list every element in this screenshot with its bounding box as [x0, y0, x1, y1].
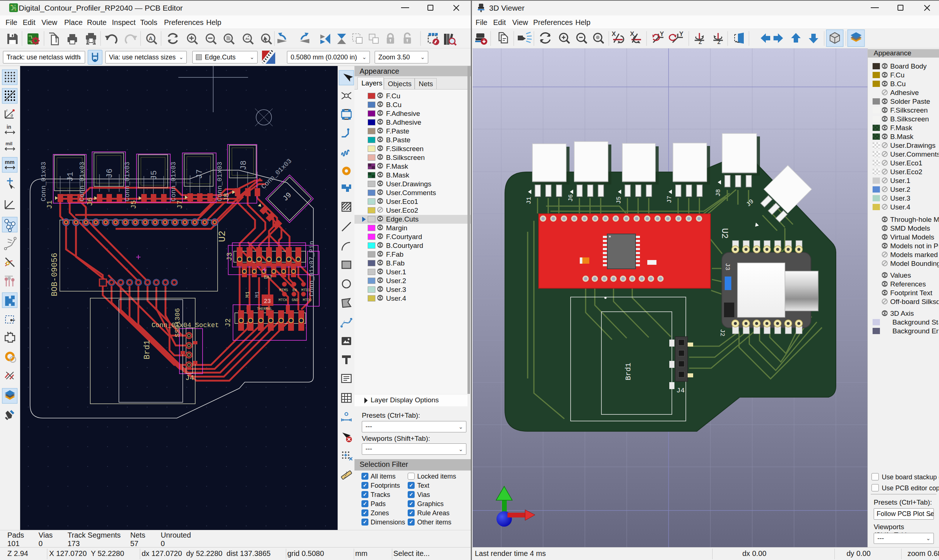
- svg-text:Conn_01x03: Conn_01x03: [170, 162, 177, 202]
- svg-text:Brd1: Brd1: [624, 363, 632, 380]
- svg-text:J4: J4: [676, 386, 685, 395]
- svg-text:Y: Y: [660, 31, 664, 37]
- svg-text:in: in: [6, 124, 11, 130]
- svg-text:J5: J5: [615, 197, 622, 204]
- svg-text:M1: M1: [245, 291, 251, 298]
- svg-text:Conn_01x03: Conn_01x03: [79, 162, 86, 202]
- svg-text:r: r: [6, 108, 8, 112]
- svg-text:J2: J2: [719, 329, 726, 336]
- svg-text:Conn_01x03: Conn_01x03: [216, 162, 224, 202]
- svg-text:MTMS EN MTDI: MTMS EN MTDI: [279, 288, 310, 292]
- svg-text:MTCK GND MTDO: MTCK GND MTDO: [279, 298, 311, 302]
- svg-text:X: X: [612, 31, 616, 37]
- svg-text:X: X: [630, 31, 634, 37]
- svg-text:J6: J6: [105, 169, 114, 178]
- svg-text:J6: J6: [567, 194, 574, 202]
- svg-text:THERMAL: THERMAL: [257, 307, 272, 311]
- svg-text:BAT: BAT: [264, 275, 273, 280]
- svg-text:Z: Z: [717, 39, 721, 45]
- svg-text:J4: J4: [185, 374, 194, 382]
- svg-text:mil: mil: [6, 141, 12, 146]
- svg-text:Conn_01x04_Socket: Conn_01x04_Socket: [151, 322, 219, 329]
- svg-text:θ: θ: [11, 113, 13, 118]
- svg-text:M1: M1: [254, 291, 261, 298]
- svg-text:J7: J7: [195, 169, 204, 179]
- svg-text:J8: J8: [222, 193, 231, 202]
- svg-text:J7: J7: [666, 196, 673, 203]
- svg-text:J3: J3: [724, 263, 731, 270]
- svg-text:J1: J1: [526, 197, 532, 204]
- svg-text:A: A: [149, 35, 153, 42]
- svg-text:J8: J8: [239, 161, 248, 170]
- svg-text:J2: J2: [224, 318, 232, 327]
- svg-text:Conn_01x03: Conn_01x03: [40, 162, 47, 202]
- svg-text:J8: J8: [715, 189, 722, 197]
- svg-text:23: 23: [264, 298, 271, 305]
- svg-text:J3: J3: [225, 252, 234, 261]
- svg-text:SSD1306: SSD1306: [174, 308, 182, 337]
- svg-text:BOB-09056: BOB-09056: [50, 253, 59, 296]
- svg-text:Y: Y: [679, 31, 684, 37]
- svg-text:J6: J6: [86, 197, 94, 206]
- svg-text:J1: J1: [66, 172, 75, 182]
- svg-text:Brd1: Brd1: [143, 340, 152, 359]
- svg-text:Z: Z: [698, 39, 702, 45]
- svg-text:U2: U2: [720, 228, 729, 239]
- svg-text:U2: U2: [217, 231, 228, 242]
- svg-text:mm: mm: [5, 159, 15, 165]
- svg-text:J5: J5: [150, 171, 159, 180]
- svg-text:Conn_01x03: Conn_01x03: [124, 162, 131, 202]
